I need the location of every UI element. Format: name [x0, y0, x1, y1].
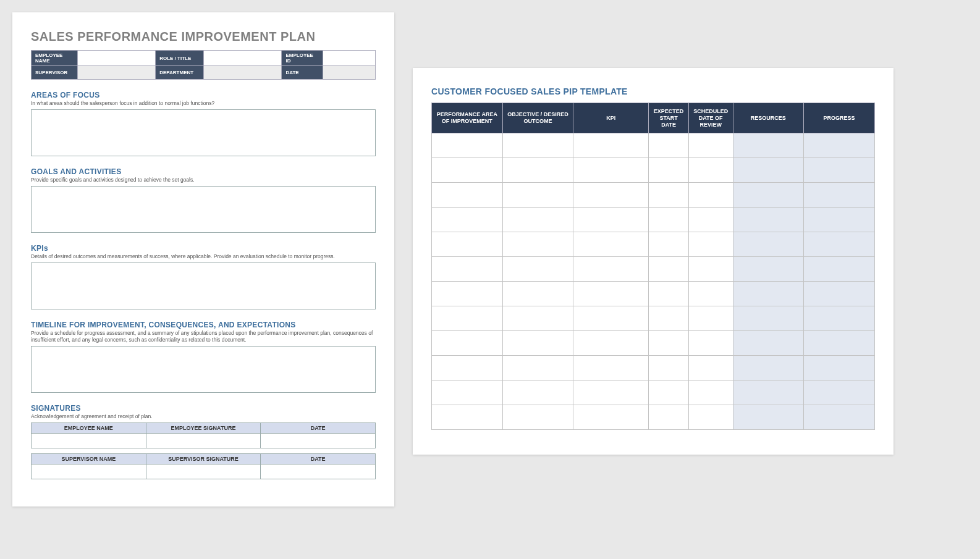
pip-cell[interactable]	[432, 306, 503, 331]
pip-cell[interactable]	[432, 257, 503, 282]
pip-cell[interactable]	[502, 380, 573, 405]
pip-cell[interactable]	[733, 133, 804, 158]
pip-cell[interactable]	[688, 356, 733, 380]
pip-cell[interactable]	[502, 331, 573, 356]
pip-cell[interactable]	[573, 331, 649, 356]
pip-cell[interactable]	[573, 282, 649, 306]
pip-cell[interactable]	[733, 380, 804, 405]
goals-activities-input[interactable]	[31, 186, 376, 233]
pip-cell[interactable]	[804, 133, 875, 158]
pip-cell[interactable]	[733, 208, 804, 232]
pip-cell[interactable]	[649, 356, 689, 380]
pip-cell[interactable]	[432, 380, 503, 405]
pip-cell[interactable]	[573, 380, 649, 405]
field-department[interactable]	[204, 66, 282, 80]
pip-cell[interactable]	[432, 356, 503, 380]
pip-cell[interactable]	[688, 306, 733, 331]
pip-cell[interactable]	[432, 183, 503, 208]
field-employee-name[interactable]	[77, 51, 155, 66]
pip-cell[interactable]	[502, 232, 573, 257]
pip-cell[interactable]	[502, 405, 573, 430]
pip-cell[interactable]	[502, 306, 573, 331]
pip-cell[interactable]	[688, 282, 733, 306]
pip-cell[interactable]	[688, 405, 733, 430]
pip-cell[interactable]	[573, 158, 649, 183]
pip-cell[interactable]	[733, 356, 804, 380]
pip-cell[interactable]	[649, 208, 689, 232]
pip-cell[interactable]	[573, 356, 649, 380]
pip-cell[interactable]	[432, 405, 503, 430]
sig-cell-date[interactable]	[261, 434, 376, 448]
pip-cell[interactable]	[573, 133, 649, 158]
field-role-title[interactable]	[204, 51, 282, 66]
pip-cell[interactable]	[733, 405, 804, 430]
sig-cell-emp-sig[interactable]	[146, 434, 261, 448]
pip-cell[interactable]	[573, 183, 649, 208]
pip-cell[interactable]	[688, 257, 733, 282]
pip-cell[interactable]	[432, 208, 503, 232]
pip-cell[interactable]	[432, 158, 503, 183]
pip-cell[interactable]	[804, 158, 875, 183]
pip-cell[interactable]	[502, 282, 573, 306]
pip-cell[interactable]	[502, 257, 573, 282]
pip-cell[interactable]	[733, 257, 804, 282]
pip-cell[interactable]	[688, 208, 733, 232]
pip-cell[interactable]	[649, 133, 689, 158]
kpis-input[interactable]	[31, 263, 376, 309]
pip-cell[interactable]	[502, 356, 573, 380]
timeline-input[interactable]	[31, 346, 376, 393]
pip-cell[interactable]	[573, 257, 649, 282]
pip-cell[interactable]	[804, 356, 875, 380]
pip-cell[interactable]	[649, 183, 689, 208]
pip-cell[interactable]	[804, 232, 875, 257]
pip-cell[interactable]	[432, 133, 503, 158]
pip-cell[interactable]	[688, 183, 733, 208]
pip-cell[interactable]	[502, 208, 573, 232]
pip-cell[interactable]	[804, 405, 875, 430]
pip-cell[interactable]	[688, 158, 733, 183]
pip-cell[interactable]	[573, 232, 649, 257]
pip-cell[interactable]	[733, 331, 804, 356]
pip-cell[interactable]	[649, 158, 689, 183]
sig-cell-emp-name[interactable]	[32, 434, 146, 448]
pip-cell[interactable]	[733, 232, 804, 257]
pip-cell[interactable]	[649, 405, 689, 430]
field-supervisor[interactable]	[77, 66, 155, 80]
pip-cell[interactable]	[804, 331, 875, 356]
pip-cell[interactable]	[649, 380, 689, 405]
areas-of-focus-input[interactable]	[31, 109, 376, 156]
sig-cell-sup-sig[interactable]	[146, 464, 261, 479]
pip-cell[interactable]	[573, 208, 649, 232]
pip-cell[interactable]	[432, 232, 503, 257]
sig-cell-sup-name[interactable]	[32, 464, 146, 479]
pip-cell[interactable]	[502, 158, 573, 183]
pip-cell[interactable]	[688, 380, 733, 405]
pip-cell[interactable]	[733, 282, 804, 306]
pip-cell[interactable]	[688, 133, 733, 158]
sig-cell-date2[interactable]	[261, 464, 376, 479]
pip-cell[interactable]	[804, 183, 875, 208]
field-employee-id[interactable]	[323, 51, 376, 66]
pip-cell[interactable]	[733, 306, 804, 331]
pip-cell[interactable]	[502, 133, 573, 158]
pip-cell[interactable]	[649, 282, 689, 306]
pip-cell[interactable]	[804, 257, 875, 282]
pip-cell[interactable]	[804, 380, 875, 405]
pip-cell[interactable]	[573, 306, 649, 331]
pip-cell[interactable]	[688, 331, 733, 356]
pip-cell[interactable]	[804, 282, 875, 306]
pip-cell[interactable]	[649, 331, 689, 356]
pip-cell[interactable]	[649, 306, 689, 331]
pip-cell[interactable]	[432, 282, 503, 306]
pip-cell[interactable]	[573, 405, 649, 430]
pip-cell[interactable]	[688, 232, 733, 257]
pip-cell[interactable]	[649, 257, 689, 282]
pip-cell[interactable]	[432, 331, 503, 356]
pip-cell[interactable]	[804, 208, 875, 232]
pip-cell[interactable]	[733, 158, 804, 183]
pip-cell[interactable]	[804, 306, 875, 331]
field-date[interactable]	[323, 66, 376, 80]
pip-cell[interactable]	[649, 232, 689, 257]
pip-cell[interactable]	[733, 183, 804, 208]
pip-cell[interactable]	[502, 183, 573, 208]
